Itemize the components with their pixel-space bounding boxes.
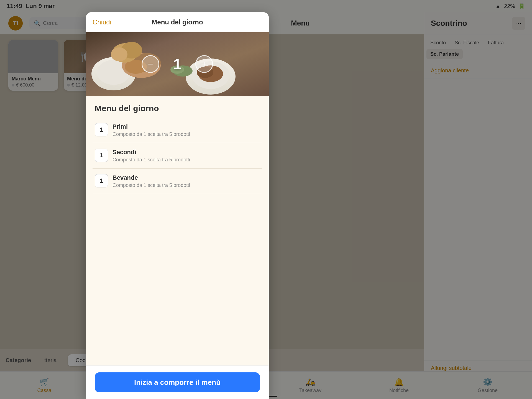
section-name-primi: Primi [112, 123, 260, 130]
section-desc-bevande: Composto da 1 scelta tra 5 prodotti [112, 182, 260, 188]
modal-body: Menu del giorno 1 Primi Composto da 1 sc… [86, 96, 269, 365]
modal-product-title: Menu del giorno [86, 96, 269, 118]
section-info-bevande: Bevande Composto da 1 scelta tra 5 prodo… [112, 174, 260, 188]
menu-section-list: 1 Primi Composto da 1 scelta tra 5 prodo… [86, 118, 269, 194]
menu-section-item-secondi[interactable]: 1 Secondi Composto da 1 scelta tra 5 pro… [93, 143, 262, 169]
modal-footer: Inizia a comporre il menù [86, 365, 269, 399]
modal-title: Menu del giorno [152, 18, 203, 26]
modal-hero-image: − 1 + [86, 32, 269, 96]
svg-point-14 [111, 47, 127, 61]
modal-close-button[interactable]: Chiudi [93, 18, 111, 26]
section-info-primi: Primi Composto da 1 scelta tra 5 prodott… [112, 123, 260, 137]
modal-nav: Chiudi Menu del giorno [86, 12, 269, 32]
compose-menu-button[interactable]: Inizia a comporre il menù [95, 372, 260, 392]
section-num-primi: 1 [95, 123, 108, 136]
quantity-controls: − 1 + [142, 55, 213, 73]
modal-overlay[interactable]: Chiudi Menu del giorno [0, 0, 532, 399]
quantity-increase-button[interactable]: + [195, 55, 213, 73]
section-desc-primi: Composto da 1 scelta tra 5 prodotti [112, 131, 260, 137]
menu-section-item-bevande[interactable]: 1 Bevande Composto da 1 scelta tra 5 pro… [93, 169, 262, 194]
section-num-bevande: 1 [95, 174, 108, 187]
quantity-decrease-button[interactable]: − [142, 55, 159, 73]
modal-menu-giorno: Chiudi Menu del giorno [86, 12, 269, 399]
section-num-secondi: 1 [95, 149, 108, 162]
section-info-secondi: Secondi Composto da 1 scelta tra 5 prodo… [112, 149, 260, 163]
section-desc-secondi: Composto da 1 scelta tra 5 prodotti [112, 157, 260, 163]
menu-section-item-primi[interactable]: 1 Primi Composto da 1 scelta tra 5 prodo… [93, 118, 262, 143]
section-name-secondi: Secondi [112, 149, 260, 156]
section-name-bevande: Bevande [112, 174, 260, 181]
quantity-display: 1 [170, 56, 184, 72]
